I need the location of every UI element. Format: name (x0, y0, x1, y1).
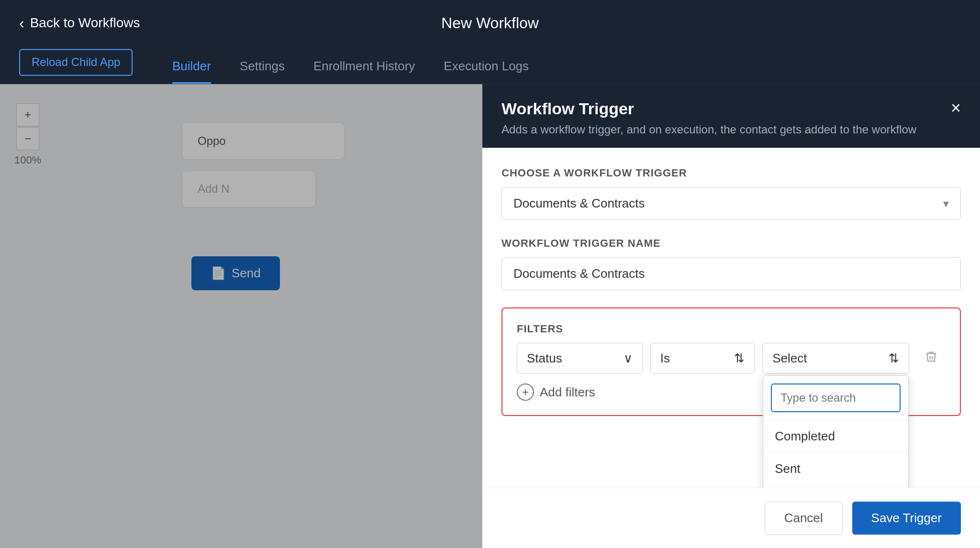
modal-header: Workflow Trigger Adds a workflow trigger… (482, 84, 980, 148)
modal-subtitle: Adds a workflow trigger, and on executio… (501, 123, 916, 136)
trigger-dropdown-value: Documents & Contracts (513, 196, 645, 211)
dropdown-option-sent[interactable]: Sent (763, 453, 908, 485)
delete-filter-button[interactable] (917, 344, 946, 373)
name-section-label: WORKFLOW TRIGGER NAME (501, 237, 961, 250)
filter-field-dropdown[interactable]: Status ∨ (517, 343, 643, 374)
dropdown-option-completed[interactable]: Completed (763, 420, 908, 453)
modal-title: Workflow Trigger (501, 99, 916, 118)
filter-value-placeholder: Select (772, 351, 807, 366)
page-title: New Workflow (441, 14, 539, 32)
reload-button[interactable]: Reload Child App (19, 49, 133, 76)
tab-settings[interactable]: Settings (240, 59, 285, 84)
filter-condition-chevron-icon: ⇅ (734, 351, 745, 366)
filter-row: Status ∨ Is ⇅ Select ⇅ (517, 343, 946, 374)
filter-value-dropdown-popup: Completed Sent Signed/Accepted Viewed (763, 375, 909, 488)
trigger-name-input[interactable] (501, 257, 961, 290)
filters-label: FILTERS (517, 323, 946, 335)
back-label: Back to Workflows (30, 15, 140, 31)
trigger-section-label: CHOOSE A WORKFLOW TRIGGER (501, 167, 961, 179)
filter-condition-dropdown[interactable]: Is ⇅ (650, 343, 755, 374)
trigger-chevron-icon: ▾ (943, 197, 949, 210)
back-link[interactable]: ‹ Back to Workflows (19, 14, 140, 32)
modal-body: CHOOSE A WORKFLOW TRIGGER Documents & Co… (482, 148, 980, 488)
filters-section: FILTERS Status ∨ Is ⇅ Select (501, 307, 961, 416)
tab-execution-logs[interactable]: Execution Logs (444, 59, 529, 84)
search-wrap (763, 376, 908, 420)
modal-panel: Workflow Trigger Adds a workflow trigger… (482, 84, 980, 548)
modal-close-button[interactable]: × (951, 99, 961, 117)
filter-value-dropdown[interactable]: Select ⇅ Completed Sent Signed/Accepted … (762, 343, 909, 374)
tab-enrollment-history[interactable]: Enrollment History (313, 59, 415, 84)
main-area: + − 100% Oppo Add N 📄 Send Workflow Trig… (0, 84, 980, 548)
add-filters-icon: + (517, 384, 534, 401)
filter-field-value: Status (527, 351, 562, 366)
sub-nav: Reload Child App Builder Settings Enroll… (0, 46, 980, 84)
tab-builder[interactable]: Builder (172, 59, 211, 84)
modal-footer: Cancel Save Trigger (482, 488, 980, 548)
dropdown-option-signed[interactable]: Signed/Accepted (763, 485, 908, 488)
back-arrow-icon: ‹ (19, 14, 24, 32)
top-nav: ‹ Back to Workflows New Workflow (0, 0, 980, 46)
filter-value-chevron-icon: ⇅ (889, 351, 899, 366)
filter-field-chevron-icon: ∨ (624, 351, 633, 366)
delete-icon (924, 350, 938, 367)
modal-header-content: Workflow Trigger Adds a workflow trigger… (501, 99, 916, 136)
save-trigger-button[interactable]: Save Trigger (852, 502, 961, 535)
filter-search-input[interactable] (771, 384, 901, 412)
filter-condition-value: Is (660, 351, 670, 366)
add-filters-label: Add filters (540, 385, 595, 400)
cancel-button[interactable]: Cancel (765, 502, 843, 535)
trigger-dropdown[interactable]: Documents & Contracts ▾ (501, 187, 961, 220)
